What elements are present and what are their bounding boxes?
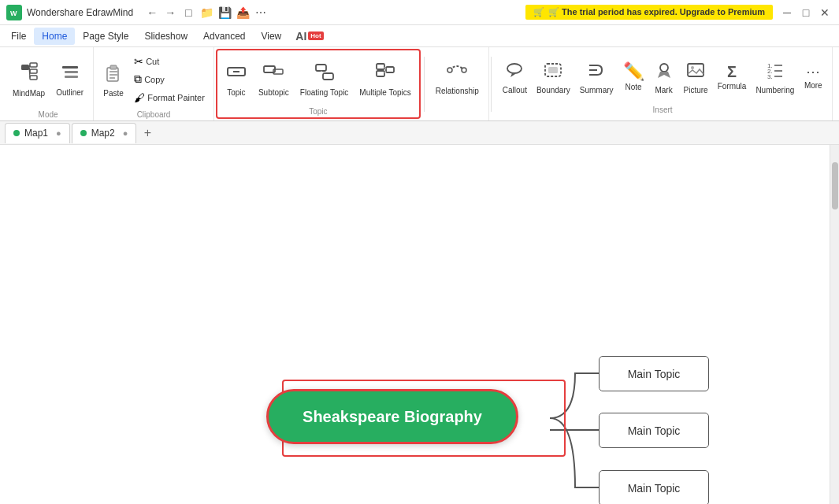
ribbon-group-clipboard: Paste ✂ Cut ⧉ Copy 🖌 Format Painter Clip…	[94, 47, 214, 120]
topic-node-2-label: Main Topic	[628, 424, 681, 437]
copy-button[interactable]: ⧉ Copy	[130, 71, 209, 87]
paste-label: Paste	[103, 89, 124, 98]
open-button[interactable]: 📁	[199, 5, 214, 20]
svg-point-32	[507, 64, 522, 73]
tab-map2-label: Map2	[91, 128, 115, 139]
outliner-button[interactable]: Outliner	[51, 53, 88, 106]
export-button[interactable]: 📤	[235, 5, 251, 20]
svg-text:3.: 3.	[767, 73, 773, 80]
trial-banner[interactable]: 🛒 🛒 The trial period has expired. Upgrad…	[525, 5, 773, 20]
floating-topic-button[interactable]: Floating Topic	[295, 52, 354, 106]
mark-button[interactable]: Mark	[649, 50, 679, 104]
new-button[interactable]: □	[180, 5, 196, 20]
undo-button[interactable]: ←	[144, 5, 160, 20]
paste-icon	[103, 61, 124, 87]
central-node-text: Sheakspeare Biography	[303, 408, 482, 426]
central-node[interactable]: Sheakspeare Biography	[266, 389, 518, 444]
svg-rect-23	[323, 73, 333, 80]
clipboard-group-label: Clipboard	[137, 109, 171, 119]
insert-group-label: Insert	[653, 104, 673, 114]
boundary-button[interactable]: Boundary	[532, 50, 575, 104]
title-bar-right: 🛒 🛒 The trial period has expired. Upgrad…	[525, 5, 833, 20]
topic-node-3-label: Main Topic	[628, 482, 681, 495]
formula-button[interactable]: Σ Formula	[713, 50, 752, 104]
boundary-label: Boundary	[536, 86, 570, 95]
outliner-label: Outliner	[56, 88, 84, 98]
canvas: Sheakspeare Biography Main Topic Main To…	[0, 145, 839, 504]
topic-row: Topic Subtopic	[221, 52, 416, 106]
summary-button[interactable]: Summary	[575, 50, 618, 104]
topic-node-1[interactable]: Main Topic	[599, 356, 709, 391]
menu-home[interactable]: Home	[34, 28, 75, 45]
svg-rect-27	[386, 67, 394, 72]
more-ribbon-label: More	[804, 81, 822, 91]
tab-map1-close[interactable]: ●	[56, 128, 61, 138]
insert-row: Callout Boundary	[498, 50, 827, 104]
svg-rect-14	[110, 71, 117, 72]
more-ribbon-icon: ⋯	[806, 65, 820, 79]
menu-bar: File Home Page Style Slideshow Advanced …	[0, 25, 839, 47]
picture-icon	[685, 60, 706, 83]
callout-button[interactable]: Callout	[498, 50, 532, 104]
formula-label: Formula	[718, 82, 747, 91]
minimize-button[interactable]: ─	[779, 5, 795, 20]
ribbon-group-mode: MindMap Outliner Mode	[3, 47, 94, 120]
svg-rect-15	[110, 74, 117, 76]
connectors-svg	[0, 145, 839, 504]
topic-node-3[interactable]: Main Topic	[599, 470, 709, 504]
more-ribbon-button[interactable]: ⋯ More	[799, 50, 827, 104]
add-tab-button[interactable]: +	[138, 124, 157, 143]
topic-icon	[225, 61, 247, 86]
ribbon-row-mode: MindMap Outliner	[8, 50, 88, 109]
svg-point-31	[462, 68, 466, 72]
topic-node-1-label: Main Topic	[628, 368, 681, 380]
tab-map1[interactable]: Map1 ●	[5, 123, 70, 143]
relationship-label: Relationship	[436, 87, 479, 96]
multiple-topics-button[interactable]: Multiple Topics	[355, 52, 415, 106]
scrollbar-thumb[interactable]	[832, 162, 838, 209]
menu-slideshow[interactable]: Slideshow	[136, 28, 195, 45]
floating-topic-icon	[314, 61, 336, 86]
trial-icon: 🛒	[533, 7, 544, 17]
topic-group-label: Topic	[309, 106, 327, 116]
redo-button[interactable]: →	[162, 5, 178, 20]
subtopic-button[interactable]: Subtopic	[254, 52, 294, 106]
ai-menu[interactable]: AI Hot	[289, 30, 329, 43]
note-label: Note	[626, 83, 642, 92]
svg-rect-10	[65, 71, 78, 73]
copy-icon: ⧉	[134, 72, 142, 86]
cut-button[interactable]: ✂ Cut	[130, 53, 209, 69]
clipboard-small-buttons: ✂ Cut ⧉ Copy 🖌 Format Painter	[130, 53, 209, 106]
close-button[interactable]: ✕	[817, 5, 833, 20]
mark-icon	[654, 60, 674, 83]
menu-advanced[interactable]: Advanced	[195, 28, 253, 45]
picture-button[interactable]: Picture	[679, 50, 713, 104]
menu-view[interactable]: View	[253, 28, 289, 45]
ai-label: AI	[295, 30, 306, 43]
note-button[interactable]: ✏️ Note	[618, 50, 649, 104]
more-button[interactable]: ⋯	[253, 5, 269, 20]
maximize-button[interactable]: □	[798, 5, 814, 20]
title-bar-left: W Wondershare EdrawMind ← → □ 📁 💾 📤 ⋯	[6, 5, 269, 20]
ribbon-group-insert: Callout Boundary	[493, 47, 833, 120]
svg-text:W: W	[10, 9, 17, 17]
menu-file[interactable]: File	[3, 28, 34, 45]
svg-rect-13	[110, 65, 117, 69]
app-title: Wondershare EdrawMind	[27, 7, 133, 18]
mindmap-button[interactable]: MindMap	[8, 53, 50, 106]
tab-map2-close[interactable]: ●	[123, 128, 128, 138]
save-button[interactable]: 💾	[217, 5, 232, 20]
paste-button[interactable]: Paste	[98, 53, 128, 106]
multiple-topics-icon	[374, 61, 396, 86]
relationship-button[interactable]: Relationship	[431, 50, 484, 104]
tab-map2[interactable]: Map2 ●	[72, 123, 137, 143]
scrollbar-right[interactable]	[830, 145, 839, 504]
clipboard-row: Paste ✂ Cut ⧉ Copy 🖌 Format Painter	[98, 50, 209, 109]
menu-page-style[interactable]: Page Style	[75, 28, 136, 45]
topic-node-2[interactable]: Main Topic	[599, 413, 709, 448]
svg-rect-16	[110, 77, 115, 79]
format-painter-button[interactable]: 🖌 Format Painter	[130, 90, 209, 106]
numbering-button[interactable]: 1. 2. 3. Numbering	[751, 50, 799, 104]
callout-icon	[504, 60, 525, 83]
topic-button[interactable]: Topic	[221, 52, 252, 106]
